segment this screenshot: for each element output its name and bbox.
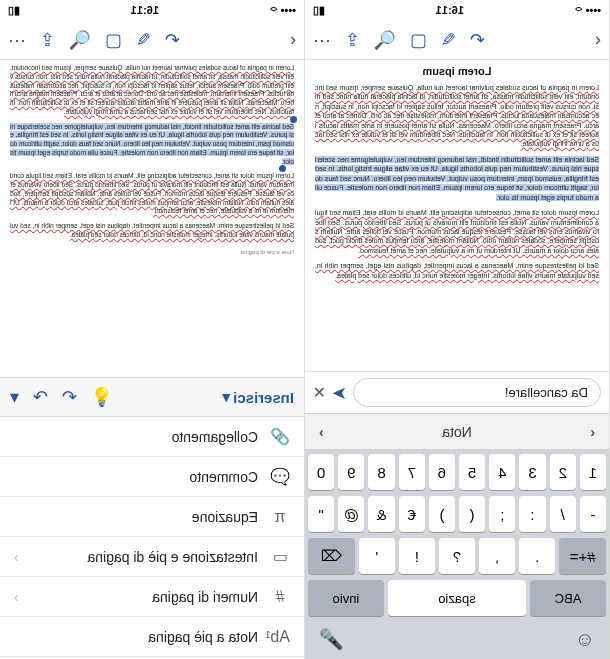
panel-tab-bar: Inserisci ▾ 💡 ↶ ↷ ▾	[0, 377, 304, 417]
chevron-right-icon: ›	[14, 549, 19, 565]
kb-row-3: #+= .,?!'⌫	[308, 538, 606, 574]
clock: 16:11	[436, 4, 464, 16]
key[interactable]: &	[368, 496, 394, 532]
key[interactable]: )	[429, 496, 455, 532]
panel-item[interactable]: Ab¹Nota a piè pagina	[0, 617, 304, 657]
keyboard-accessory: ‹ Nota ›	[305, 413, 609, 449]
item-label: Equazione	[192, 509, 258, 525]
key[interactable]: "	[308, 496, 334, 532]
share-icon[interactable]: ⇪	[40, 29, 55, 51]
clock: 16:11	[131, 4, 159, 16]
key-5[interactable]: 5	[459, 454, 485, 490]
chevron-right-icon: ›	[14, 589, 19, 605]
panel-item[interactable]: 🔗Collegamento	[0, 417, 304, 457]
phone-right: •••• ⌔ 16:11 ▮▯ ‹ ↶ ✎ ▢ 🔍 ⇪ ⋯ Lorem in p…	[0, 0, 305, 659]
layout-icon[interactable]: ▢	[105, 29, 122, 51]
footnote-label: Note a pié di pagina	[10, 248, 294, 256]
more-icon[interactable]: ⋯	[313, 29, 331, 51]
key[interactable]: ,	[479, 538, 515, 574]
key-return[interactable]: invio	[308, 580, 384, 616]
send-icon[interactable]: ➤	[332, 382, 347, 404]
key-2[interactable]: 2	[550, 454, 576, 490]
signal-icon: ••••	[281, 4, 296, 16]
key[interactable]: -	[580, 496, 606, 532]
item-label: Commento	[190, 469, 258, 485]
search-icon[interactable]: 🔍	[69, 29, 91, 51]
key[interactable]: ?	[439, 538, 475, 574]
kb-row-4: ABC spazio invio	[308, 580, 606, 616]
doc-title: Lorem ipsum	[315, 64, 599, 79]
share-icon[interactable]: ⇪	[345, 29, 360, 51]
key-1[interactable]: 1	[580, 454, 606, 490]
mic-icon[interactable]: 🎤	[319, 627, 344, 651]
key[interactable]: @	[338, 496, 364, 532]
key[interactable]: '	[359, 538, 395, 574]
key[interactable]: /	[550, 496, 576, 532]
emoji-icon[interactable]: ☺	[575, 628, 595, 651]
tab-insert[interactable]: Inserisci ▾	[222, 388, 294, 406]
close-icon[interactable]: ✕	[313, 383, 326, 402]
undo-panel-icon[interactable]: ↶	[62, 386, 77, 408]
para-1: Lorem in pagnia of lacus sodales pulvina…	[315, 84, 599, 148]
selected-text[interactable]: Sed lacinia elit amet sollicitudin tinci…	[315, 156, 599, 201]
chevron-right-icon[interactable]: ›	[319, 424, 324, 440]
keyboard: 1234567890 -/:;()€&@" #+= .,?!'⌫ ABC spa…	[305, 449, 609, 621]
search-icon[interactable]: 🔍	[374, 29, 396, 51]
key-abc[interactable]: ABC	[530, 580, 606, 616]
key-0[interactable]: 0	[308, 454, 334, 490]
insert-panel: 🔗Collegamento💬CommentoπEquazione▭Intesta…	[0, 417, 304, 659]
key-7[interactable]: 7	[399, 454, 425, 490]
more-icon[interactable]: ⋯	[8, 29, 26, 51]
key[interactable]: !	[399, 538, 435, 574]
key[interactable]: (	[459, 496, 485, 532]
phone-left: •••• ⌔ 16:11 ▮▯ ‹ ↶ ✎ ▢ 🔍 ⇪ ⋯ Lorem ipsu…	[305, 0, 610, 659]
collapse-icon[interactable]: ▾	[10, 386, 19, 408]
lightbulb-icon[interactable]: 💡	[91, 386, 113, 408]
wifi-icon: ⌔	[270, 4, 277, 16]
panel-item[interactable]: 💬Commento	[0, 457, 304, 497]
key-6[interactable]: 6	[429, 454, 455, 490]
key-9[interactable]: 9	[338, 454, 364, 490]
document-area[interactable]: Lorem ipsum Lorem in pagnia of lacus sod…	[305, 60, 609, 371]
item-label: Intestazione e piè di pagina	[88, 549, 258, 565]
undo-icon[interactable]: ↶	[165, 29, 180, 51]
key-space[interactable]: spazio	[388, 580, 526, 616]
key-4[interactable]: 4	[489, 454, 515, 490]
item-label: Nota a piè pagina	[148, 629, 258, 645]
accessory-label: Nota	[442, 424, 472, 440]
back-icon[interactable]: ‹	[290, 29, 296, 50]
redo-panel-icon[interactable]: ↷	[33, 386, 48, 408]
item-icon: ▭	[270, 547, 290, 566]
key[interactable]: :	[519, 496, 545, 532]
toolbar: ‹ ↶ ✎ ▢ 🔍 ⇪ ⋯	[0, 20, 304, 60]
panel-item[interactable]: #Numeri di pagina›	[0, 577, 304, 617]
key-backspace[interactable]: ⌫	[308, 538, 355, 574]
comment-input-row: Da cancellare! ➤ ✕	[305, 371, 609, 413]
layout-icon[interactable]: ▢	[410, 29, 427, 51]
battery-icon: ▮▯	[8, 4, 20, 17]
comment-input[interactable]: Da cancellare!	[353, 378, 601, 407]
undo-icon[interactable]: ↶	[470, 29, 485, 51]
key-3[interactable]: 3	[519, 454, 545, 490]
wifi-icon: ⌔	[575, 4, 582, 16]
draw-icon[interactable]: ✎	[136, 29, 151, 51]
item-icon: π	[270, 508, 290, 526]
key[interactable]: €	[399, 496, 425, 532]
chevron-down-icon: ▾	[222, 388, 230, 406]
panel-item[interactable]: πEquazione	[0, 497, 304, 537]
key-8[interactable]: 8	[368, 454, 394, 490]
document-area[interactable]: Lorem in pagnia of lacus sodales pulvina…	[0, 60, 304, 377]
chevron-left-icon[interactable]: ‹	[590, 424, 595, 440]
status-bar: •••• ⌔ 16:11 ▮▯	[0, 0, 304, 20]
item-icon: 🔗	[270, 427, 290, 446]
key[interactable]: ;	[489, 496, 515, 532]
item-icon: Ab¹	[270, 628, 290, 646]
draw-icon[interactable]: ✎	[441, 29, 456, 51]
item-label: Numeri di pagina	[152, 589, 258, 605]
key[interactable]: .	[519, 538, 555, 574]
key-alt[interactable]: #+=	[559, 538, 606, 574]
panel-item[interactable]: ▭Intestazione e piè di pagina›	[0, 537, 304, 577]
selected-text[interactable]: Sed lacinia elit amet sollicitudin tinci…	[10, 123, 294, 165]
keyboard-toolbar: ☺ 🎤	[305, 621, 609, 659]
back-icon[interactable]: ‹	[595, 29, 601, 50]
